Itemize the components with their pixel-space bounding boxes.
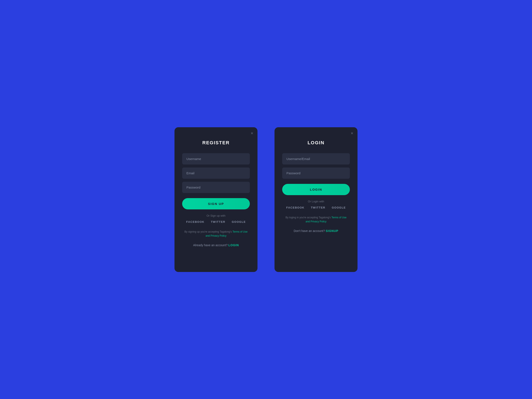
panels-container: × REGISTER SIGN UP Or Sign up with FACEB… — [175, 127, 357, 272]
register-username-input[interactable] — [182, 153, 250, 165]
register-facebook-link[interactable]: FACEBOOK — [186, 220, 204, 223]
login-twitter-link[interactable]: TWITTER — [311, 206, 325, 209]
signup-button[interactable]: SIGN UP — [182, 198, 250, 209]
register-email-input[interactable] — [182, 167, 250, 179]
login-google-link[interactable]: GOOGLE — [332, 206, 346, 209]
login-signup-link[interactable]: SIGNUP — [326, 229, 338, 233]
register-switch-text: Already have an account? LOGIN — [193, 243, 239, 247]
login-or-text: Or Login with — [308, 200, 324, 203]
register-close-button[interactable]: × — [251, 131, 253, 135]
login-switch-text: Don't have an account? SIGNUP — [294, 229, 338, 233]
register-panel: × REGISTER SIGN UP Or Sign up with FACEB… — [175, 127, 258, 272]
login-terms-text: By loging in you're accepting Tagalong's… — [282, 215, 350, 224]
register-or-text: Or Sign up with — [207, 214, 226, 217]
login-social-links: FACEBOOK TWITTER GOOGLE — [286, 206, 346, 209]
login-panel: × LOGIN LOGIN Or Login with FACEBOOK TWI… — [274, 127, 357, 272]
register-title: REGISTER — [202, 140, 230, 146]
login-password-input[interactable] — [282, 167, 350, 179]
register-form-fields — [182, 153, 250, 193]
login-close-button[interactable]: × — [351, 131, 353, 135]
login-form-fields — [282, 153, 350, 179]
login-username-input[interactable] — [282, 153, 350, 165]
register-social-links: FACEBOOK TWITTER GOOGLE — [186, 220, 246, 223]
register-google-link[interactable]: GOOGLE — [232, 220, 246, 223]
register-terms-text: By signing up you're accepting Tagalong'… — [182, 230, 250, 238]
login-title: LOGIN — [308, 140, 324, 146]
login-facebook-link[interactable]: FACEBOOK — [286, 206, 304, 209]
register-twitter-link[interactable]: TWITTER — [211, 220, 225, 223]
login-button[interactable]: LOGIN — [282, 184, 350, 195]
register-password-input[interactable] — [182, 182, 250, 193]
register-login-link[interactable]: LOGIN — [228, 243, 239, 247]
